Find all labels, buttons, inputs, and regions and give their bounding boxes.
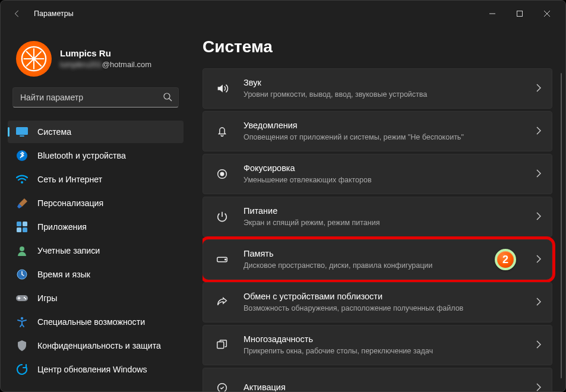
card-text: ФокусировкаУменьшение отвлекающих фактор…: [244, 162, 529, 185]
svg-point-20: [20, 246, 24, 251]
chevron-right-icon: [536, 383, 541, 392]
search-icon: [163, 92, 172, 103]
card-title: Фокусировка: [244, 162, 529, 175]
svg-rect-0: [517, 11, 523, 17]
card-title: Активация: [244, 381, 529, 391]
card-title: Уведомления: [244, 119, 529, 132]
bell-icon: [214, 123, 230, 140]
card-text: Активация: [244, 381, 529, 391]
chevron-right-icon: [536, 298, 541, 308]
settings-card-focus[interactable]: ФокусировкаУменьшение отвлекающих фактор…: [203, 154, 552, 194]
search-input[interactable]: [20, 93, 163, 102]
chevron-right-icon: [536, 340, 541, 350]
storage-icon: [214, 251, 230, 268]
chevron-right-icon: [536, 84, 541, 94]
card-text: УведомленияОповещения от приложений и си…: [244, 119, 529, 143]
sidebar-item-display[interactable]: Система: [8, 121, 184, 143]
wifi-icon: [16, 173, 28, 185]
svg-rect-17: [23, 222, 27, 226]
titlebar: Параметры: [1, 1, 565, 27]
search-box[interactable]: [12, 87, 179, 108]
sidebar-item-label: Приложения: [37, 222, 87, 232]
card-text: ПитаниеЭкран и спящий режим, режим питан…: [244, 205, 529, 228]
card-desc: Экран и спящий режим, режим питания: [244, 217, 529, 228]
svg-point-15: [21, 181, 23, 184]
settings-card-multitask[interactable]: МногозадачностьПрикрепить окна, рабочие …: [203, 325, 552, 365]
maximize-button[interactable]: [506, 4, 533, 23]
update-icon: [16, 363, 28, 375]
settings-card-sound[interactable]: ЗвукУровни громкости, вывод, ввод, звуко…: [203, 68, 552, 109]
sidebar-item-update[interactable]: Центр обновления Windows: [8, 358, 184, 381]
sidebar-item-label: Сеть и Интернет: [37, 175, 102, 184]
sidebar-item-clock[interactable]: Время и язык: [8, 263, 184, 286]
sidebar-item-label: Специальные возможности: [37, 317, 145, 327]
sound-icon: [214, 80, 230, 97]
svg-rect-19: [23, 227, 27, 232]
power-icon: [214, 208, 230, 225]
card-desc: Уровни громкости, вывод, ввод, звуковые …: [244, 89, 529, 100]
sidebar-item-label: Учетные записи: [37, 246, 100, 255]
svg-point-32: [218, 384, 227, 391]
settings-card-storage[interactable]: ПамятьДисковое пространство, диски, прав…: [203, 239, 552, 280]
sidebar-item-game[interactable]: Игры: [8, 287, 184, 309]
window-controls: [479, 4, 561, 23]
sidebar-item-label: Bluetooth и устройства: [37, 151, 126, 160]
display-icon: [16, 126, 28, 138]
arrow-left-icon: [13, 10, 21, 18]
card-text: ПамятьДисковое пространство, диски, прав…: [244, 248, 495, 271]
svg-rect-13: [20, 135, 24, 137]
card-text: Обмен с устройствами поблизостиВозможнос…: [244, 290, 529, 314]
chevron-right-icon: [536, 255, 541, 265]
svg-rect-31: [217, 342, 224, 349]
minimize-icon: [489, 11, 495, 17]
close-button[interactable]: [533, 4, 561, 23]
card-title: Память: [244, 248, 495, 260]
sidebar-item-person[interactable]: Учетные записи: [8, 239, 184, 262]
sidebar-item-grid[interactable]: Приложения: [8, 216, 184, 238]
svg-point-24: [24, 297, 25, 298]
sidebar-item-shield[interactable]: Конфиденциальность и защита: [8, 334, 184, 357]
game-icon: [16, 292, 28, 304]
svg-point-28: [220, 172, 224, 176]
svg-point-26: [21, 317, 23, 320]
settings-card-activation[interactable]: Активация: [203, 368, 552, 391]
bluetooth-icon: [16, 150, 28, 162]
svg-rect-18: [17, 227, 21, 232]
activation-icon: [214, 380, 230, 391]
settings-card-power[interactable]: ПитаниеЭкран и спящий режим, режим питан…: [203, 197, 552, 237]
scrollbar[interactable]: [561, 73, 562, 378]
sidebar: Lumpics Ru lumpikru201@hotmail.com Систе…: [1, 27, 191, 391]
settings-card-share[interactable]: Обмен с устройствами поблизостиВозможнос…: [203, 282, 552, 323]
profile-name: Lumpics Ru: [60, 48, 151, 59]
focus-icon: [214, 166, 230, 182]
card-text: ЗвукУровни громкости, вывод, ввод, звуко…: [244, 77, 529, 100]
settings-card-list: ЗвукУровни громкости, вывод, ввод, звуко…: [203, 68, 565, 391]
chevron-right-icon: [536, 127, 541, 137]
step-badge: 2: [495, 249, 516, 270]
share-icon: [214, 294, 230, 311]
card-title: Звук: [244, 77, 529, 89]
card-title: Обмен с устройствами поблизости: [244, 290, 529, 303]
minimize-button[interactable]: [479, 4, 506, 23]
svg-point-30: [225, 259, 226, 260]
card-desc: Дисковое пространство, диски, правила ко…: [244, 260, 495, 271]
body: Lumpics Ru lumpikru201@hotmail.com Систе…: [1, 27, 565, 391]
chevron-right-icon: [536, 212, 541, 222]
sidebar-item-wifi[interactable]: Сеть и Интернет: [8, 168, 184, 191]
card-text: МногозадачностьПрикрепить окна, рабочие …: [244, 333, 529, 356]
settings-card-bell[interactable]: УведомленияОповещения от приложений и си…: [203, 111, 552, 151]
avatar-orange-icon: [21, 46, 47, 72]
sidebar-item-accessibility[interactable]: Специальные возможности: [8, 311, 184, 333]
back-button[interactable]: [9, 5, 26, 22]
card-desc: Уменьшение отвлекающих факторов: [244, 175, 529, 185]
svg-rect-12: [16, 127, 28, 135]
sidebar-item-brush[interactable]: Персонализация: [8, 192, 184, 214]
grid-icon: [16, 221, 28, 233]
profile-block[interactable]: Lumpics Ru lumpikru201@hotmail.com: [5, 37, 186, 85]
svg-point-11: [164, 93, 170, 99]
main: Система ЗвукУровни громкости, вывод, вво…: [191, 27, 565, 391]
sidebar-item-bluetooth[interactable]: Bluetooth и устройства: [8, 144, 184, 167]
card-title: Питание: [244, 205, 529, 217]
clock-icon: [16, 268, 28, 280]
accessibility-icon: [16, 316, 28, 328]
